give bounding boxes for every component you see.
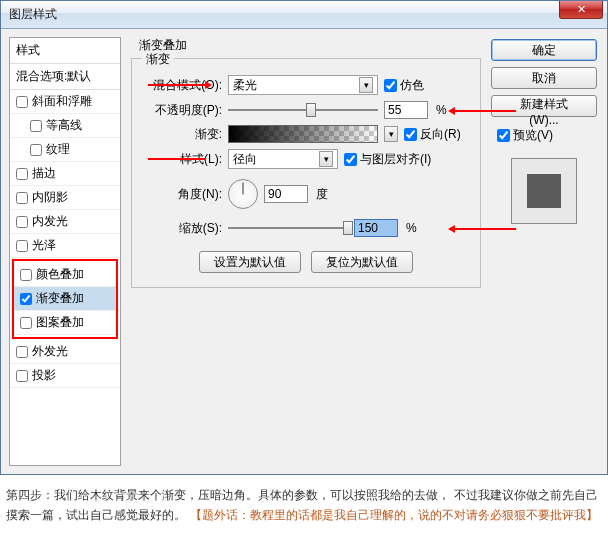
defaults-row: 设置为默认值 复位为默认值 — [144, 251, 468, 273]
gradient-swatch[interactable] — [228, 125, 378, 143]
dropshadow-checkbox[interactable] — [16, 370, 28, 382]
group-title: 渐变叠加 — [131, 37, 481, 54]
gradient-groupbox: 渐变 混合模式(O): 柔光 ▾ 仿色 不透明度(P): — [131, 58, 481, 288]
style-item-inner-shadow[interactable]: 内阴影 — [10, 186, 120, 210]
blend-mode-select[interactable]: 柔光 ▾ — [228, 75, 378, 95]
new-style-button[interactable]: 新建样式(W)... — [491, 95, 597, 117]
style-item-bevel[interactable]: 斜面和浮雕 — [10, 90, 120, 114]
satin-checkbox[interactable] — [16, 240, 28, 252]
cancel-button[interactable]: 取消 — [491, 67, 597, 89]
styles-header[interactable]: 样式 — [10, 38, 120, 64]
reverse-checkbox[interactable]: 反向(R) — [404, 126, 461, 143]
texture-checkbox[interactable] — [30, 144, 42, 156]
styles-panel: 样式 混合选项:默认 斜面和浮雕 等高线 纹理 描边 内阴影 内发光 光泽 颜色… — [9, 37, 121, 466]
opacity-suffix: % — [436, 103, 447, 117]
style-item-pattern-overlay[interactable]: 图案叠加 — [14, 311, 116, 335]
action-panel: 确定 取消 新建样式(W)... 预览(V) — [487, 29, 607, 474]
gradient-row: 渐变: ▾ 反向(R) — [144, 125, 468, 143]
chevron-down-icon: ▾ — [319, 151, 333, 167]
scale-row: 缩放(S): % — [144, 219, 468, 237]
outerglow-checkbox[interactable] — [16, 346, 28, 358]
make-default-button[interactable]: 设置为默认值 — [199, 251, 301, 273]
angle-suffix: 度 — [316, 186, 328, 203]
scale-slider[interactable] — [228, 220, 348, 236]
style-item-satin[interactable]: 光泽 — [10, 234, 120, 258]
tutorial-caption: 第四步：我们给木纹背景来个渐变，压暗边角。具体的参数，可以按照我给的去做， 不过… — [0, 475, 608, 538]
annotation-arrow — [454, 110, 516, 112]
coloroverlay-checkbox[interactable] — [20, 269, 32, 281]
opacity-slider[interactable] — [228, 102, 378, 118]
style-item-contour[interactable]: 等高线 — [10, 114, 120, 138]
titlebar: 图层样式 ✕ — [1, 1, 607, 29]
chevron-down-icon[interactable]: ▾ — [384, 126, 398, 142]
innerglow-checkbox[interactable] — [16, 216, 28, 228]
gradient-label: 渐变: — [144, 126, 222, 143]
blend-mode-row: 混合模式(O): 柔光 ▾ 仿色 — [144, 75, 468, 95]
style-item-drop-shadow[interactable]: 投影 — [10, 364, 120, 388]
reset-default-button[interactable]: 复位为默认值 — [311, 251, 413, 273]
innershadow-checkbox[interactable] — [16, 192, 28, 204]
gradientoverlay-checkbox[interactable] — [20, 293, 32, 305]
style-item-stroke[interactable]: 描边 — [10, 162, 120, 186]
annotation-arrow — [454, 228, 516, 230]
preview-checkbox[interactable]: 预览(V) — [497, 127, 597, 144]
style-item-outer-glow[interactable]: 外发光 — [10, 340, 120, 364]
angle-dial[interactable] — [228, 179, 258, 209]
scale-input[interactable] — [354, 219, 398, 237]
style-item-color-overlay[interactable]: 颜色叠加 — [14, 263, 116, 287]
groupbox-label: 渐变 — [142, 51, 174, 68]
style-item-texture[interactable]: 纹理 — [10, 138, 120, 162]
style-item-gradient-overlay[interactable]: 渐变叠加 — [14, 287, 116, 311]
chevron-down-icon: ▾ — [359, 77, 373, 93]
ok-button[interactable]: 确定 — [491, 39, 597, 61]
blend-options-default[interactable]: 混合选项:默认 — [10, 64, 120, 90]
bevel-checkbox[interactable] — [16, 96, 28, 108]
angle-row: 角度(N): 度 — [144, 179, 468, 209]
scale-suffix: % — [406, 221, 417, 235]
opacity-row: 不透明度(P): % — [144, 101, 468, 119]
angle-input[interactable] — [264, 185, 308, 203]
aside-note: 【题外话：教程里的话都是我自己理解的，说的不对请务必狠狠不要批评我】 — [190, 508, 598, 522]
style-select[interactable]: 径向 ▾ — [228, 149, 338, 169]
scale-label: 缩放(S): — [144, 220, 222, 237]
options-panel: 渐变叠加 渐变 混合模式(O): 柔光 ▾ 仿色 不透明度(P): — [125, 29, 487, 474]
patternoverlay-checkbox[interactable] — [20, 317, 32, 329]
style-item-inner-glow[interactable]: 内发光 — [10, 210, 120, 234]
opacity-input[interactable] — [384, 101, 428, 119]
style-row: 样式(L): 径向 ▾ 与图层对齐(I) — [144, 149, 468, 169]
annotation-arrow — [148, 84, 206, 86]
close-button[interactable]: ✕ — [559, 1, 603, 19]
angle-label: 角度(N): — [144, 186, 222, 203]
contour-checkbox[interactable] — [30, 120, 42, 132]
dialog-body: 样式 混合选项:默认 斜面和浮雕 等高线 纹理 描边 内阴影 内发光 光泽 颜色… — [1, 29, 607, 474]
annotation-line — [148, 158, 206, 160]
opacity-label: 不透明度(P): — [144, 102, 222, 119]
dither-checkbox[interactable]: 仿色 — [384, 77, 424, 94]
annotation-highlight: 颜色叠加 渐变叠加 图案叠加 — [12, 259, 118, 339]
align-checkbox[interactable]: 与图层对齐(I) — [344, 151, 431, 168]
style-list: 斜面和浮雕 等高线 纹理 描边 内阴影 内发光 光泽 颜色叠加 渐变叠加 图案叠… — [10, 90, 120, 465]
stroke-checkbox[interactable] — [16, 168, 28, 180]
preview-swatch — [527, 174, 561, 208]
preview-box — [511, 158, 577, 224]
layer-style-dialog: 图层样式 ✕ 样式 混合选项:默认 斜面和浮雕 等高线 纹理 描边 内阴影 内发… — [0, 0, 608, 475]
window-title: 图层样式 — [9, 6, 57, 23]
